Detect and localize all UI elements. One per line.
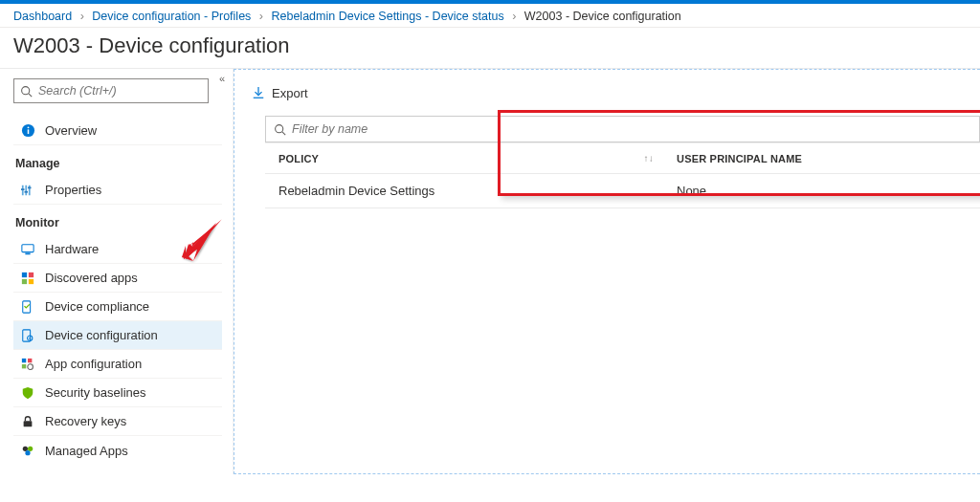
chevron-right-icon: › — [80, 10, 84, 23]
page-title: W2003 - Device configuration — [0, 28, 980, 68]
svg-rect-13 — [22, 272, 27, 276]
svg-point-26 — [23, 447, 28, 451]
sidebar-item-discovered-apps[interactable]: Discovered apps — [13, 264, 222, 293]
info-icon — [19, 123, 36, 138]
svg-rect-25 — [24, 421, 33, 426]
policy-table: POLICY ↑↓ USER PRINCIPAL NAME Rebeladmin… — [265, 142, 980, 208]
sort-icon: ↑↓ — [644, 153, 654, 164]
sidebar-item-hardware[interactable]: Hardware — [13, 235, 222, 264]
sidebar-group-manage: Manage — [15, 157, 229, 170]
svg-rect-22 — [28, 358, 32, 361]
svg-rect-7 — [29, 185, 31, 195]
svg-rect-23 — [22, 364, 26, 368]
svg-line-1 — [29, 93, 32, 96]
svg-rect-15 — [22, 278, 27, 283]
svg-point-4 — [27, 126, 29, 128]
svg-point-24 — [28, 363, 33, 369]
svg-rect-10 — [28, 186, 32, 188]
chevron-right-icon: › — [259, 10, 263, 23]
chevron-right-icon: › — [512, 10, 516, 23]
filter-input[interactable] — [292, 122, 971, 136]
sidebar-item-device-compliance[interactable]: Device compliance — [13, 293, 222, 321]
managed-apps-icon — [19, 444, 36, 457]
download-icon — [252, 86, 265, 99]
cell-upn: None — [663, 184, 706, 198]
sidebar-item-label: App configuration — [45, 357, 142, 371]
lock-icon — [19, 415, 36, 428]
shield-icon — [19, 386, 36, 400]
svg-point-27 — [28, 447, 33, 451]
svg-rect-16 — [29, 278, 33, 283]
svg-rect-11 — [22, 244, 33, 251]
compliance-icon — [19, 300, 36, 314]
svg-point-28 — [25, 450, 30, 455]
svg-rect-6 — [25, 185, 27, 195]
svg-point-0 — [22, 86, 30, 94]
sidebar-item-overview[interactable]: Overview — [13, 117, 222, 145]
main-panel: Export POLICY ↑↓ USER PRINCIPAL NAME Reb… — [234, 69, 980, 474]
sidebar-item-recovery-keys[interactable]: Recovery keys — [13, 407, 222, 436]
breadcrumb-current: W2003 - Device configuration — [524, 10, 681, 23]
sidebar: « Overview Manage Properties Monitor — [0, 69, 234, 474]
sidebar-item-label: Device configuration — [45, 328, 158, 342]
sidebar-search-input[interactable] — [38, 84, 202, 98]
column-header-policy[interactable]: POLICY ↑↓ — [265, 153, 663, 164]
breadcrumb-device-status[interactable]: Rebeladmin Device Settings - Device stat… — [271, 10, 503, 23]
toolbar: Export — [252, 79, 980, 106]
svg-point-31 — [276, 124, 283, 132]
sidebar-item-security-baselines[interactable]: Security baselines — [13, 379, 222, 407]
table-header-row: POLICY ↑↓ USER PRINCIPAL NAME — [265, 143, 980, 174]
svg-rect-14 — [29, 272, 33, 276]
export-label: Export — [272, 86, 308, 100]
sidebar-item-label: Device compliance — [45, 299, 149, 314]
sidebar-item-label: Security baselines — [45, 385, 146, 400]
svg-rect-12 — [25, 252, 30, 254]
breadcrumb-profiles[interactable]: Device configuration - Profiles — [92, 10, 251, 23]
properties-icon — [19, 184, 36, 197]
sidebar-item-device-configuration[interactable]: Device configuration — [13, 321, 222, 350]
breadcrumb: Dashboard › Device configuration - Profi… — [0, 4, 980, 28]
sidebar-item-label: Hardware — [45, 242, 99, 256]
sidebar-search[interactable] — [13, 78, 209, 103]
sidebar-item-label: Properties — [45, 183, 101, 197]
svg-line-32 — [282, 131, 285, 134]
svg-rect-21 — [22, 358, 26, 361]
svg-rect-9 — [25, 190, 29, 192]
filter-box[interactable] — [265, 116, 980, 142]
app-config-icon — [19, 358, 36, 371]
search-icon — [274, 123, 286, 136]
sidebar-item-label: Recovery keys — [45, 414, 126, 428]
sidebar-item-managed-apps[interactable]: Managed Apps — [13, 436, 222, 465]
sidebar-item-properties[interactable]: Properties — [13, 176, 222, 205]
svg-rect-3 — [27, 129, 29, 134]
sidebar-item-label: Managed Apps — [45, 444, 128, 458]
device-config-icon — [19, 329, 36, 342]
svg-point-20 — [29, 337, 31, 338]
sidebar-group-monitor: Monitor — [15, 216, 229, 229]
apps-icon — [19, 272, 36, 285]
export-button[interactable]: Export — [252, 86, 308, 100]
hardware-icon — [19, 243, 36, 256]
sidebar-item-app-configuration[interactable]: App configuration — [13, 350, 222, 379]
sidebar-item-label: Overview — [45, 123, 97, 138]
column-header-upn[interactable]: USER PRINCIPAL NAME — [663, 153, 802, 164]
table-row[interactable]: Rebeladmin Device Settings None — [265, 174, 980, 208]
breadcrumb-dashboard[interactable]: Dashboard — [13, 10, 72, 23]
cell-policy: Rebeladmin Device Settings — [265, 184, 663, 198]
svg-rect-8 — [21, 188, 25, 190]
collapse-sidebar-button[interactable]: « — [219, 73, 225, 84]
sidebar-item-label: Discovered apps — [45, 271, 138, 285]
search-icon — [20, 85, 33, 98]
